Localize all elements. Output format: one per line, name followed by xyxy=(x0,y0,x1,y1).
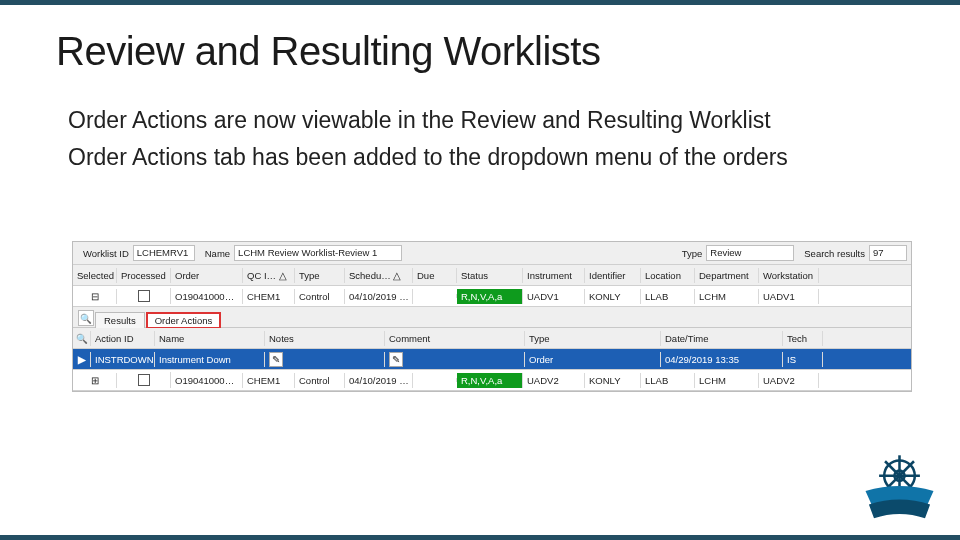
worklist-id-label: Worklist ID xyxy=(83,248,129,259)
row-checkbox[interactable] xyxy=(138,374,150,386)
row-handle-icon[interactable]: ▶ xyxy=(73,352,91,367)
slide-title: Review and Resulting Worklists xyxy=(56,29,600,74)
col-order[interactable]: Order xyxy=(171,268,243,283)
cell-qc: CHEM1 xyxy=(243,289,295,304)
col-action-type[interactable]: Type xyxy=(525,331,661,346)
comment-input[interactable]: ✎ xyxy=(389,352,403,367)
status-badge: R,N,V,A,a xyxy=(457,373,523,388)
cell-action-name: Instrument Down xyxy=(155,352,265,367)
search-results-label: Search results xyxy=(804,248,865,259)
col-qc[interactable]: QC I… △ xyxy=(243,268,295,283)
body-line-2: Order Actions tab has been added to the … xyxy=(68,142,900,173)
cell-workstation: UADV2 xyxy=(759,373,819,388)
col-due[interactable]: Due xyxy=(413,268,457,283)
table-row[interactable]: ⊞ O19041000… CHEM1 Control 04/10/2019 … … xyxy=(73,370,911,391)
name-value[interactable]: LCHM Review Worklist-Review 1 xyxy=(234,245,402,261)
notes-input[interactable]: ✎ xyxy=(269,352,283,367)
cell-action-tech: IS xyxy=(783,352,823,367)
col-instrument[interactable]: Instrument xyxy=(523,268,585,283)
cell-due xyxy=(413,294,457,298)
body-text: Order Actions are now viewable in the Re… xyxy=(68,105,900,179)
cell-action-type: Order xyxy=(525,352,661,367)
cell-location: LLAB xyxy=(641,373,695,388)
detail-tabs: 🔍 Results Order Actions xyxy=(73,307,911,328)
cell-department: LCHM xyxy=(695,289,759,304)
cell-action-datetime: 04/29/2019 13:35 xyxy=(661,352,783,367)
cell-order: O19041000… xyxy=(171,289,243,304)
oceans-of-discovery-logo-icon xyxy=(857,440,942,525)
search-icon[interactable]: 🔍 xyxy=(78,310,94,326)
type-value[interactable]: Review xyxy=(706,245,794,261)
col-type[interactable]: Type xyxy=(295,268,345,283)
cell-instrument: UADV2 xyxy=(523,373,585,388)
col-action-tech[interactable]: Tech xyxy=(783,331,823,346)
row-expand-icon[interactable]: ⊞ xyxy=(73,373,117,388)
body-line-1: Order Actions are now viewable in the Re… xyxy=(68,105,900,136)
col-identifier[interactable]: Identifier xyxy=(585,268,641,283)
col-department[interactable]: Department xyxy=(695,268,759,283)
col-action-comment[interactable]: Comment xyxy=(385,331,525,346)
cell-instrument: UADV1 xyxy=(523,289,585,304)
col-action-notes[interactable]: Notes xyxy=(265,331,385,346)
cell-type: Control xyxy=(295,289,345,304)
cell-scheduled: 04/10/2019 … xyxy=(345,373,413,388)
name-label: Name xyxy=(205,248,230,259)
search-results-value: 97 xyxy=(869,245,907,261)
cell-scheduled: 04/10/2019 … xyxy=(345,289,413,304)
status-badge: R,N,V,A,a xyxy=(457,289,523,304)
worklist-screenshot: Worklist ID LCHEMRV1 Name LCHM Review Wo… xyxy=(72,241,912,392)
col-action-id[interactable]: Action ID xyxy=(91,331,155,346)
col-action-name[interactable]: Name xyxy=(155,331,265,346)
column-header-row: Selected Processed Order QC I… △ Type Sc… xyxy=(73,265,911,286)
cell-action-id: INSTRDOWN xyxy=(91,352,155,367)
col-location[interactable]: Location xyxy=(641,268,695,283)
row-checkbox[interactable] xyxy=(138,290,150,302)
cell-due xyxy=(413,378,457,382)
row-expand-icon[interactable]: ⊟ xyxy=(73,289,117,304)
worklist-meta-bar: Worklist ID LCHEMRV1 Name LCHM Review Wo… xyxy=(73,242,911,265)
col-scheduled[interactable]: Schedu… △ xyxy=(345,268,413,283)
col-workstation[interactable]: Workstation xyxy=(759,268,819,283)
cell-location: LLAB xyxy=(641,289,695,304)
col-selected[interactable]: Selected xyxy=(73,268,117,283)
cell-identifier: KONLY xyxy=(585,289,641,304)
col-action-datetime[interactable]: Date/Time xyxy=(661,331,783,346)
col-status[interactable]: Status xyxy=(457,268,523,283)
cell-workstation: UADV1 xyxy=(759,289,819,304)
cell-order: O19041000… xyxy=(171,373,243,388)
order-actions-header: 🔍 Action ID Name Notes Comment Type Date… xyxy=(73,328,911,349)
cell-identifier: KONLY xyxy=(585,373,641,388)
tab-order-actions[interactable]: Order Actions xyxy=(146,312,222,328)
type-label: Type xyxy=(682,248,703,259)
cell-department: LCHM xyxy=(695,373,759,388)
table-row[interactable]: ⊟ O19041000… CHEM1 Control 04/10/2019 … … xyxy=(73,286,911,307)
cell-qc: CHEM1 xyxy=(243,373,295,388)
tab-results[interactable]: Results xyxy=(95,312,145,328)
col-processed[interactable]: Processed xyxy=(117,268,171,283)
worklist-id-value[interactable]: LCHEMRV1 xyxy=(133,245,195,261)
search-icon[interactable]: 🔍 xyxy=(73,331,91,346)
order-action-row[interactable]: ▶ INSTRDOWN Instrument Down ✎ ✎ Order 04… xyxy=(73,349,911,370)
cell-type: Control xyxy=(295,373,345,388)
